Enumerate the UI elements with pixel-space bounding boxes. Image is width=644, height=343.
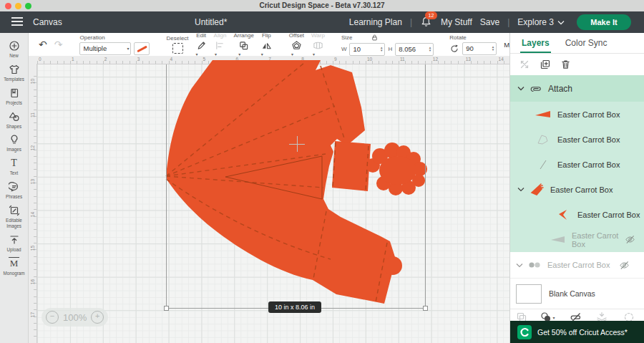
sidebar-label: Images [6,147,21,153]
align-icon [215,40,225,51]
operation-value: Multiple [83,44,107,52]
chevron-down-icon[interactable] [517,187,525,192]
chevron-down-icon[interactable] [517,86,525,91]
group-dots-icon [528,261,542,269]
my-stuff-link[interactable]: My Stuff [441,17,472,27]
deselect-icon [172,43,183,54]
layer-row-hidden[interactable]: Easter Carrot Box [510,227,644,252]
lightbulb-icon [9,134,20,145]
delete-icon[interactable] [560,59,571,70]
offset-label: Offset [289,32,304,39]
selection-right-edge[interactable] [425,64,426,309]
rotate-icon[interactable] [449,44,459,54]
sidebar-item-new[interactable]: New [0,40,29,59]
edit-button[interactable]: Edit ▾ [196,32,207,57]
tab-bump [384,256,402,275]
undo-icon[interactable]: ↶ [39,39,47,50]
layer-group-row[interactable]: Easter Carrot Box [510,177,644,202]
blank-canvas-row[interactable]: Blank Canvas [510,279,644,309]
sidebar-label: Shapes [6,124,21,130]
sidebar-item-images[interactable]: Images [0,134,29,153]
arrange-icon [238,40,249,51]
visibility-off-icon[interactable] [619,260,630,271]
rotate-value: 90 [466,44,474,52]
layer-thumbnail [535,110,552,120]
layers-panel: Layers Color Sync Attach Easter Carrot B… [509,33,644,343]
layer-row[interactable]: Easter Carrot Box [510,202,644,227]
width-input[interactable]: 10 ▲▼ [349,43,385,56]
selection-left-edge[interactable] [166,64,167,309]
sidebar-item-text[interactable]: T Text [0,158,29,176]
window-title: Cricut Design Space - Beta v7.30.127 [0,1,644,9]
sidebar-item-monogram[interactable]: M Monogram [0,258,29,276]
sidebar-item-phrases[interactable]: Phrases [0,181,29,200]
tab-layers[interactable]: Layers [522,38,550,48]
titlebar: Cricut Design Space - Beta v7.30.127 [0,0,644,12]
operation-group: Operation Multiple ▾ [79,34,150,55]
machine-select-dropdown[interactable]: Explore 3 [517,17,565,27]
hamburger-menu-icon[interactable] [11,17,23,26]
layer-row[interactable]: Easter Carrot Box [510,127,644,152]
operation-select[interactable]: Multiple ▾ [79,42,131,55]
speech-bubble-icon [9,181,20,193]
cricut-logo-icon [517,325,532,339]
document-title[interactable]: Untitled* [195,17,227,27]
deselect-button[interactable]: Deselect [166,35,188,54]
warp-label: Warp [311,32,325,39]
canvas-breadcrumb: Canvas [33,17,62,27]
make-it-button[interactable]: Make It [577,14,631,30]
rotate-input[interactable]: 90 ▲▼ [462,42,497,55]
chevron-down-icon[interactable] [516,263,523,268]
layer-label: Easter Carrot Box [557,135,620,144]
sidebar-item-editable-images[interactable]: Editable Images [0,205,29,229]
offset-button[interactable]: Offset ▾ [289,32,304,57]
banner-text: Get 50% off Cricut Access* [537,328,628,337]
selection-handle-bottom-left[interactable] [164,306,169,311]
notifications-button[interactable]: 12 [420,16,433,29]
sidebar-label: Templates [4,77,24,82]
chevron-down-icon [557,20,565,25]
linetype-swatch[interactable] [134,42,150,55]
layer-row[interactable]: Easter Carrot Box [510,152,644,177]
carrot-box-shape[interactable] [29,56,509,343]
attach-group-header[interactable]: Attach [510,75,644,102]
outer-group-row[interactable]: Easter Carrot Box [510,252,644,279]
layer-label: Easter Carrot Box [557,160,620,169]
arrange-label: Arrange [233,32,253,39]
arrange-button[interactable]: Arrange ▾ [233,32,253,57]
zoom-out-button[interactable]: − [46,311,59,324]
tab-color-sync[interactable]: Color Sync [565,38,608,48]
sidebar-label: Text [10,170,19,176]
learning-plan-link[interactable]: Learning Plan [349,17,402,27]
canvas-color-swatch[interactable] [516,284,542,304]
height-input[interactable]: 8.056 ▲▼ [395,43,434,56]
visibility-off-icon[interactable] [625,234,635,245]
sidebar-label: Phrases [6,194,22,200]
redo-icon[interactable]: ↷ [54,39,63,50]
cricut-access-banner[interactable]: Get 50% off Cricut Access* [510,321,644,343]
text-icon: T [11,158,17,168]
save-button[interactable]: Save [480,17,499,27]
zoom-control: − 100% + [42,308,108,327]
sidebar-item-shapes[interactable]: Shapes [0,111,29,130]
sidebar-item-upload[interactable]: Upload [0,234,29,253]
layer-label: Easter Carrot Box [550,185,613,194]
layer-row[interactable]: Easter Carrot Box [510,102,644,127]
duplicate-icon[interactable] [540,59,551,70]
selection-handle-bottom-right[interactable] [423,306,428,311]
flip-button[interactable]: Flip ▾ [261,32,272,57]
sidebar-item-templates[interactable]: Templates [0,64,29,82]
flip-label: Flip [262,32,271,39]
new-plus-icon [9,40,20,52]
upload-icon [9,234,20,246]
scallop-tab [366,142,427,195]
header-divider: | [507,17,509,27]
zoom-in-button[interactable]: + [91,311,104,324]
size-label: Size [341,34,353,41]
cricut-design-space-window: Cricut Design Space - Beta v7.30.127 Can… [0,0,644,343]
lock-icon[interactable] [371,34,379,42]
sidebar-item-projects[interactable]: Projects [0,87,29,106]
monogram-icon: M [9,257,20,269]
warp-icon [313,40,323,51]
design-canvas[interactable]: 01234567891011121314 101112131415161718 [29,56,509,343]
